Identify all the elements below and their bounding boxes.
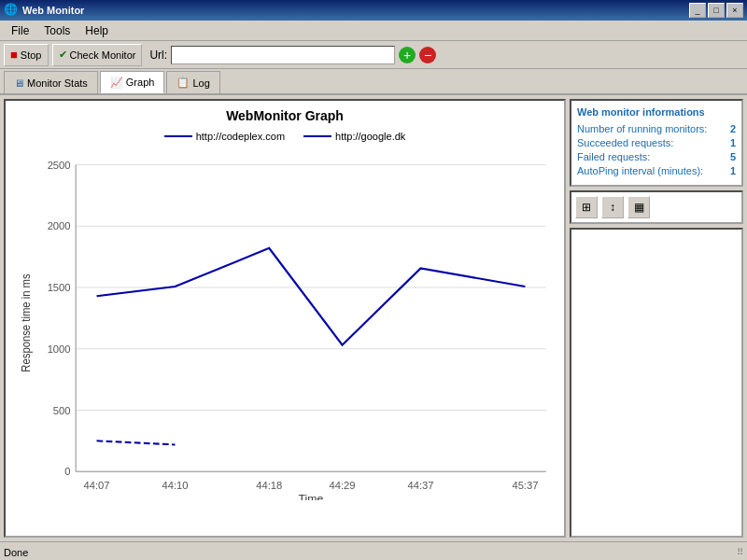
graph-panel: WebMonitor Graph http://codeplex.com htt… xyxy=(4,99,566,538)
svg-text:500: 500 xyxy=(53,405,71,415)
graph-icon: 📈 xyxy=(110,77,123,89)
info-box: Web monitor informations Number of runni… xyxy=(570,99,743,187)
url-input[interactable] xyxy=(171,46,395,64)
check-icon: ✔ xyxy=(59,49,67,61)
tools-box: ⊞ ↕ ▦ xyxy=(570,190,743,224)
status-bar: Done ⠿ xyxy=(0,541,747,560)
empty-box xyxy=(570,228,743,538)
svg-text:1500: 1500 xyxy=(48,283,71,293)
stop-icon: ■ xyxy=(10,48,18,62)
maximize-button[interactable]: □ xyxy=(708,3,725,18)
status-text: Done xyxy=(4,547,737,558)
legend-google: http://google.dk xyxy=(303,131,405,142)
resize-grip: ⠿ xyxy=(737,547,743,557)
title-bar: 🌐 Web Monitor _ □ × xyxy=(0,0,747,21)
tab-bar: 🖥 Monitor Stats 📈 Graph 📋 Log xyxy=(0,69,747,95)
add-monitor-button[interactable]: + xyxy=(399,47,416,63)
svg-text:Time: Time xyxy=(299,493,324,500)
close-button[interactable]: × xyxy=(726,3,743,18)
sort-desc-button[interactable]: ↕ xyxy=(601,196,624,218)
svg-text:44:10: 44:10 xyxy=(162,480,188,490)
log-icon: 📋 xyxy=(176,77,190,89)
tab-graph[interactable]: 📈 Graph xyxy=(100,71,165,93)
svg-text:2000: 2000 xyxy=(48,221,71,231)
chart-area: Response time in ms 0 xyxy=(13,146,557,500)
monitor-stats-icon: 🖥 xyxy=(14,77,24,89)
main-area: WebMonitor Graph http://codeplex.com htt… xyxy=(0,95,747,541)
info-value-0: 2 xyxy=(730,123,736,134)
title-bar-buttons: _ □ × xyxy=(689,3,743,18)
app-icon: 🌐 xyxy=(4,3,19,18)
legend-line-2 xyxy=(303,135,331,137)
info-label-3: AutoPing interval (minutes): xyxy=(577,165,703,176)
svg-text:0: 0 xyxy=(64,467,70,477)
legend-codeplex: http://codeplex.com xyxy=(164,131,285,142)
svg-text:Response time in ms: Response time in ms xyxy=(19,273,33,371)
menu-help[interactable]: Help xyxy=(78,22,116,39)
toolbar: ■ Stop ✔ Check Monitor Url: + − xyxy=(0,41,747,69)
legend-line-1 xyxy=(164,135,192,137)
info-label-0: Number of running monitors: xyxy=(577,123,707,134)
check-monitor-button[interactable]: ✔ Check Monitor xyxy=(52,44,143,66)
url-label: Url: xyxy=(149,49,167,62)
graph-title: WebMonitor Graph xyxy=(13,108,557,123)
svg-text:44:18: 44:18 xyxy=(256,480,282,490)
info-label-1: Succeeded requests: xyxy=(577,137,673,148)
info-value-1: 1 xyxy=(730,137,736,148)
info-row-2: Failed requests: 5 xyxy=(577,151,736,162)
svg-text:1000: 1000 xyxy=(48,343,71,354)
menu-bar: File Tools Help xyxy=(0,21,747,41)
info-title: Web monitor informations xyxy=(577,106,736,118)
svg-text:44:29: 44:29 xyxy=(330,480,356,490)
sort-asc-button[interactable]: ⊞ xyxy=(575,196,598,218)
stop-button[interactable]: ■ Stop xyxy=(4,44,49,66)
legend-label-2: http://google.dk xyxy=(335,131,405,142)
info-row-0: Number of running monitors: 2 xyxy=(577,123,736,134)
tab-monitor-stats[interactable]: 🖥 Monitor Stats xyxy=(4,71,98,93)
info-row-1: Succeeded requests: 1 xyxy=(577,137,736,148)
svg-text:44:07: 44:07 xyxy=(84,480,110,490)
minimize-button[interactable]: _ xyxy=(689,3,706,18)
chart-svg: Response time in ms 0 xyxy=(13,146,557,500)
remove-monitor-button[interactable]: − xyxy=(419,47,436,63)
svg-text:45:37: 45:37 xyxy=(512,480,538,490)
info-label-2: Failed requests: xyxy=(577,151,650,162)
menu-file[interactable]: File xyxy=(4,22,36,39)
svg-text:44:37: 44:37 xyxy=(407,480,433,490)
tab-log[interactable]: 📋 Log xyxy=(166,71,219,93)
grid-button[interactable]: ▦ xyxy=(627,196,650,218)
graph-legend: http://codeplex.com http://google.dk xyxy=(13,131,557,142)
right-panel: Web monitor informations Number of runni… xyxy=(570,95,747,541)
legend-label-1: http://codeplex.com xyxy=(196,131,285,142)
info-value-2: 5 xyxy=(730,151,736,162)
info-value-3: 1 xyxy=(730,165,736,176)
menu-tools[interactable]: Tools xyxy=(36,22,78,39)
info-row-3: AutoPing interval (minutes): 1 xyxy=(577,165,736,176)
svg-text:2500: 2500 xyxy=(48,160,71,170)
app-title: Web Monitor xyxy=(22,5,689,16)
